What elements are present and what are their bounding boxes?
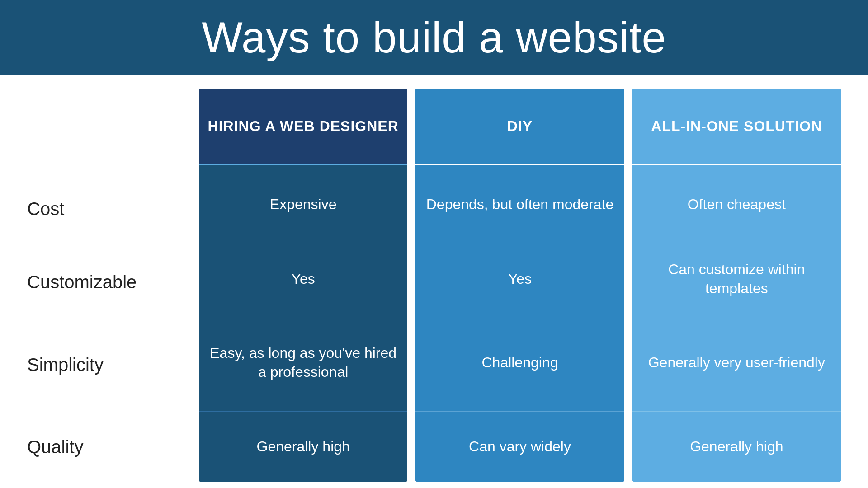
col-diy-header-text: DIY	[507, 117, 533, 135]
header: Ways to build a website	[0, 0, 868, 75]
col-designer-body: Expensive Yes Easy, as long as you've hi…	[199, 165, 407, 482]
diy-quality-cell: Can vary widely	[415, 412, 624, 482]
col-allinone-header-text: ALL-IN-ONE SOLUTION	[651, 117, 822, 135]
allinone-quality-cell: Generally high	[632, 412, 841, 482]
diy-customizable-cell: Yes	[415, 244, 624, 314]
allinone-customizable-cell: Can customize within templates	[632, 244, 841, 314]
col-designer-header: HIRING A WEB DESIGNER	[199, 89, 407, 165]
allinone-cost-cell: Often cheapest	[632, 165, 841, 244]
designer-quality-cell: Generally high	[199, 412, 407, 482]
col-allinone-header: ALL-IN-ONE SOLUTION	[632, 89, 841, 165]
row-label-simplicity: Simplicity	[27, 317, 199, 413]
diy-simplicity-cell: Challenging	[415, 314, 624, 412]
row-label-quality: Quality	[27, 413, 199, 482]
designer-customizable-cell: Yes	[199, 244, 407, 314]
col-diy-header: DIY	[415, 89, 624, 165]
designer-cost-cell: Expensive	[199, 165, 407, 244]
columns-wrapper: HIRING A WEB DESIGNER Expensive Yes Easy…	[199, 89, 841, 482]
content-area: Cost Customizable Simplicity Quality HIR…	[0, 75, 868, 488]
col-allinone-body: Often cheapest Can customize within temp…	[632, 165, 841, 482]
page-title: Ways to build a website	[0, 13, 868, 62]
col-diy-body: Depends, but often moderate Yes Challeng…	[415, 165, 624, 482]
column-diy: DIY Depends, but often moderate Yes Chal…	[415, 89, 624, 482]
row-label-cost: Cost	[27, 170, 199, 248]
designer-simplicity-cell: Easy, as long as you've hired a professi…	[199, 314, 407, 412]
row-label-customizable: Customizable	[27, 248, 199, 317]
row-labels: Cost Customizable Simplicity Quality	[27, 89, 199, 482]
diy-cost-cell: Depends, but often moderate	[415, 165, 624, 244]
col-designer-header-text: HIRING A WEB DESIGNER	[208, 117, 399, 135]
column-designer: HIRING A WEB DESIGNER Expensive Yes Easy…	[199, 89, 407, 482]
column-allinone: ALL-IN-ONE SOLUTION Often cheapest Can c…	[632, 89, 841, 482]
allinone-simplicity-cell: Generally very user-friendly	[632, 314, 841, 412]
